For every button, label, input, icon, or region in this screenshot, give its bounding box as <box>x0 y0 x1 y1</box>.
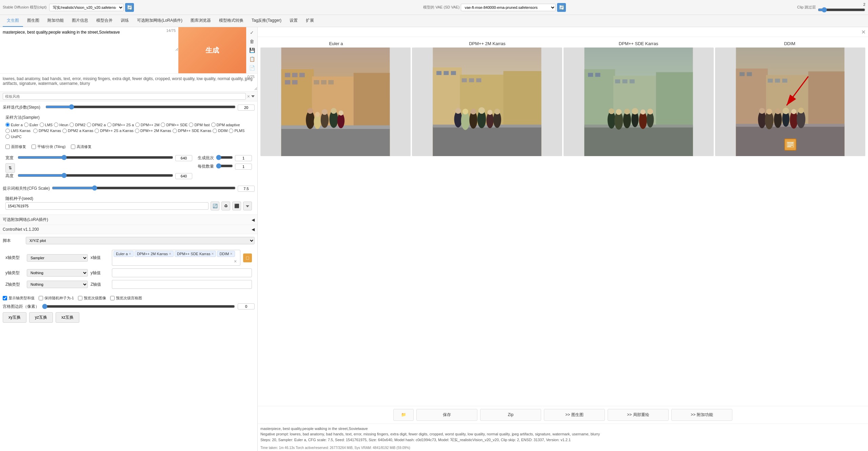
tab-convert[interactable]: 模型格式转换 <box>215 15 248 27</box>
preview-sub-grid-check[interactable]: 预览次级宫格图 <box>110 296 142 301</box>
trash-icon-btn[interactable]: 🗑 <box>248 37 256 45</box>
model-refresh-btn[interactable]: 🔄 <box>125 3 134 12</box>
sampler-dpm-fast[interactable]: DPM fast <box>189 123 210 127</box>
sampler-ddim[interactable]: DDIM <box>213 128 228 133</box>
y-values-container[interactable] <box>112 268 252 277</box>
z-values-container[interactable] <box>112 280 252 289</box>
x-type-select[interactable]: Sampler <box>27 254 88 262</box>
sampler-dpm-pp25a-karras[interactable]: DPM++ 2S a Karras <box>95 128 133 133</box>
width-slider[interactable] <box>18 155 173 160</box>
y-type-select[interactable]: Nothing <box>27 269 88 277</box>
sampler-plms[interactable]: PLMS <box>229 128 244 133</box>
paste-icon-btn[interactable]: 📄 <box>248 64 256 72</box>
height-slider[interactable] <box>18 173 173 178</box>
image-ddim[interactable] <box>715 48 865 156</box>
x-tag-euler-a-close[interactable]: × <box>129 251 131 256</box>
tab-lora[interactable]: 可选附加网络(LoRA插件) <box>133 15 186 27</box>
batch-count-value[interactable] <box>235 155 252 161</box>
script-select[interactable]: X/Y/Z plot <box>26 237 255 244</box>
controlnet-header[interactable]: ControlNet v1.1.200 ◀ <box>0 225 257 234</box>
sampler-unipc[interactable]: UniPC <box>5 134 22 139</box>
sampler-dpm-adaptive[interactable]: DPM adaptive <box>211 123 240 127</box>
z-values-input[interactable] <box>114 282 250 286</box>
sampler-lms[interactable]: LMS <box>40 123 53 127</box>
close-right-btn[interactable]: ✕ <box>860 29 867 35</box>
model-select[interactable]: 写实/realisticVision_v20_v20.safetensors [… <box>49 4 124 11</box>
margin-value[interactable] <box>238 303 255 309</box>
hires-fix-check[interactable]: 高清修复 <box>71 144 92 149</box>
tab-imginfo[interactable]: 图片信息 <box>68 15 92 27</box>
tab-merge[interactable]: 模型合并 <box>92 15 117 27</box>
save-style-btn[interactable]: 💾 <box>248 46 256 54</box>
tab-img2img[interactable]: 图生图 <box>23 15 43 27</box>
face-restore-check[interactable]: 面部修复 <box>5 144 26 149</box>
style-input[interactable] <box>3 93 246 100</box>
negative-prompt-input[interactable]: lowres, bad anatomy, bad hands, text, er… <box>0 73 257 90</box>
lora-header[interactable]: 可选附加网络(LoRA插件) ◀ <box>0 215 257 225</box>
sampler-euler-a[interactable]: Euler a <box>5 123 23 127</box>
x-clear-btn[interactable]: × <box>232 258 239 265</box>
sampler-dpm-pp2m-karras[interactable]: DPM++ 2M Karras <box>135 128 171 133</box>
width-value[interactable] <box>175 155 192 161</box>
preview-sub-check[interactable]: 预览次级图像 <box>78 296 106 301</box>
inpaint-btn[interactable]: >> 局部重绘 <box>608 409 669 421</box>
vae-select[interactable]: vae-ft-mse-840000-ema-pruned.safetensors <box>461 4 556 11</box>
cfg-slider[interactable] <box>52 185 236 191</box>
yz-swap-btn[interactable]: yz互换 <box>29 312 53 323</box>
keep-seed-check[interactable]: 保持随机种子为-1 <box>39 296 74 301</box>
x-tag-dpm-sde-close[interactable]: × <box>211 251 214 256</box>
tab-train[interactable]: 训练 <box>117 15 133 27</box>
seed-input[interactable] <box>5 202 209 210</box>
steps-slider[interactable] <box>45 104 236 110</box>
tab-extensions[interactable]: 扩展 <box>302 15 318 27</box>
copy-icon-btn[interactable]: 📋 <box>248 55 256 63</box>
sampler-dpm2-a-karras[interactable]: DPM2 a Karras <box>62 128 93 133</box>
vae-refresh-btn[interactable]: 🔄 <box>557 3 566 12</box>
margin-slider[interactable] <box>42 304 235 309</box>
positive-prompt-input[interactable]: masterpiece, best quality,people walking… <box>0 27 178 51</box>
check-icon-btn[interactable]: ✓ <box>248 29 256 37</box>
style-close-btn[interactable]: × <box>247 94 250 99</box>
image-dpm2m-karras[interactable] <box>412 48 562 156</box>
swap-dimensions-btn[interactable]: ⇅ <box>5 163 15 173</box>
save-btn[interactable]: 保存 <box>416 409 477 421</box>
seed-extra-btn[interactable]: ⬛ <box>232 202 241 210</box>
batch-count-slider[interactable] <box>216 155 233 160</box>
x-tag-ddim-close[interactable]: × <box>230 251 233 256</box>
img2img-btn[interactable]: >> 图生图 <box>544 409 605 421</box>
batch-size-value[interactable] <box>235 164 252 170</box>
sampler-dpm2-a[interactable]: DPM2 a <box>87 123 106 127</box>
tab-browser[interactable]: 图库浏览器 <box>186 15 215 27</box>
sampler-dpm2-karras[interactable]: DPM2 Karras <box>33 128 61 133</box>
x-add-btn[interactable]: □ <box>243 253 252 262</box>
sampler-dpm-pp2m[interactable]: DPM++ 2M <box>135 123 160 127</box>
sampler-heun[interactable]: Heun <box>54 123 68 127</box>
height-value[interactable] <box>175 173 192 179</box>
cfg-value[interactable] <box>238 186 255 192</box>
folder-btn[interactable]: 📁 <box>393 409 414 421</box>
image-euler-a[interactable] <box>260 48 411 156</box>
tab-txt2img[interactable]: 文生图 <box>3 15 23 27</box>
generate-button[interactable]: 生成 <box>178 27 246 73</box>
batch-size-slider[interactable] <box>216 163 233 169</box>
tab-tagger[interactable]: Tag反推(Tagger) <box>248 15 285 27</box>
seed-dropdown-btn[interactable] <box>243 202 252 210</box>
sampler-lms-karras[interactable]: LMS Karras <box>5 128 31 133</box>
sampler-dpm-pp-sde[interactable]: DPM++ SDE <box>161 123 188 127</box>
image-dpm-sde-karras[interactable] <box>564 48 714 156</box>
zip-btn[interactable]: Zip <box>480 409 541 421</box>
xz-swap-btn[interactable]: xz互换 <box>56 312 79 323</box>
z-type-select[interactable]: Nothing <box>27 281 88 288</box>
y-values-input[interactable] <box>114 271 250 275</box>
tab-settings[interactable]: 设置 <box>285 15 302 27</box>
steps-value[interactable] <box>238 105 255 111</box>
clip-slider[interactable] <box>818 7 865 13</box>
sampler-dpm-pp-sde-karras[interactable]: DPM++ SDE Karras <box>173 128 211 133</box>
seed-random-btn[interactable]: ♻ <box>221 202 230 210</box>
xy-swap-btn[interactable]: xy互换 <box>3 312 26 323</box>
x-values-container[interactable]: Euler a × DPM++ 2M Karras × DPM++ SDE Ka… <box>112 250 240 266</box>
sampler-dpm2[interactable]: DPM2 <box>70 123 85 127</box>
sampler-euler[interactable]: Euler <box>24 123 38 127</box>
tiling-check[interactable]: 平铺/分块 (Tiling) <box>32 144 65 149</box>
extras-btn[interactable]: >> 附加功能 <box>671 409 732 421</box>
